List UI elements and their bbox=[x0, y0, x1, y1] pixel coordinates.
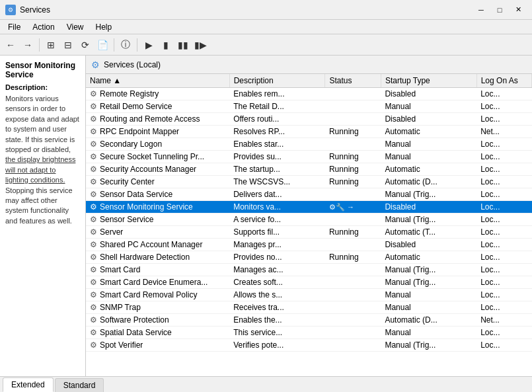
cell-startup: Disabled bbox=[381, 113, 476, 126]
cell-startup: Disabled bbox=[381, 201, 476, 214]
tab-standard[interactable]: Standard bbox=[55, 378, 104, 392]
tab-extended[interactable]: Extended bbox=[3, 377, 54, 392]
cell-logon: Net... bbox=[476, 314, 531, 327]
menu-action[interactable]: Action bbox=[27, 21, 59, 33]
cell-logon: Loc... bbox=[476, 163, 531, 176]
cell-name: ⚙Smart Card Removal Policy bbox=[86, 289, 229, 301]
cell-status bbox=[325, 188, 381, 201]
cell-startup: Automatic (T... bbox=[381, 226, 476, 239]
cell-description: Enables rem... bbox=[229, 88, 325, 100]
table-row[interactable]: ⚙Routing and Remote AccessOffers routi..… bbox=[86, 113, 532, 126]
main-area: Sensor Monitoring Service Description: M… bbox=[0, 56, 532, 376]
table-row[interactable]: ⚙Smart Card Removal PolicyAllows the s..… bbox=[86, 289, 532, 301]
cell-status: ⚙🔧 → bbox=[325, 201, 381, 214]
restart-button[interactable]: ▮▶ bbox=[192, 37, 208, 53]
cell-startup: Manual (Trig... bbox=[381, 276, 476, 289]
cell-logon: Loc... bbox=[476, 289, 531, 301]
forward-button[interactable]: → bbox=[20, 37, 36, 53]
cell-description: Verifies pote... bbox=[229, 339, 325, 352]
table-row[interactable]: ⚙ServerSupports fil...RunningAutomatic (… bbox=[86, 226, 532, 239]
cell-logon: Loc... bbox=[476, 239, 531, 251]
maximize-button[interactable]: □ bbox=[491, 1, 508, 19]
cell-name: ⚙Security Center bbox=[86, 176, 229, 188]
pause-button[interactable]: ▮▮ bbox=[175, 37, 191, 53]
table-row[interactable]: ⚙Sensor Monitoring ServiceMonitors va...… bbox=[86, 201, 532, 214]
menu-file[interactable]: File bbox=[3, 21, 26, 33]
stop-button[interactable]: ▮ bbox=[158, 37, 174, 53]
table-row[interactable]: ⚙Software ProtectionEnables the...Automa… bbox=[86, 314, 532, 327]
col-header-description[interactable]: Description bbox=[229, 74, 325, 88]
close-button[interactable]: ✕ bbox=[510, 1, 527, 19]
cell-logon: Loc... bbox=[476, 188, 531, 201]
table-row[interactable]: ⚙Security CenterThe WSCSVS...RunningAuto… bbox=[86, 176, 532, 188]
cell-status: Running bbox=[325, 226, 381, 239]
cell-description: Monitors va... bbox=[229, 201, 325, 214]
cell-status bbox=[325, 339, 381, 352]
cell-startup: Manual (Trig... bbox=[381, 339, 476, 352]
cell-logon: Loc... bbox=[476, 100, 531, 113]
table-row[interactable]: ⚙Secondary LogonEnables star...ManualLoc… bbox=[86, 138, 532, 151]
window-title: Services bbox=[20, 5, 50, 15]
refresh-button[interactable]: ⟳ bbox=[77, 37, 93, 53]
col-header-status[interactable]: Status bbox=[325, 74, 381, 88]
table-row[interactable]: ⚙SNMP TrapReceives tra...ManualLoc... bbox=[86, 301, 532, 314]
cell-logon: Loc... bbox=[476, 327, 531, 339]
cell-status bbox=[325, 314, 381, 327]
table-row[interactable]: ⚙Smart CardManages ac...Manual (Trig...L… bbox=[86, 264, 532, 276]
toolbar-sep-1 bbox=[39, 38, 40, 52]
col-header-logon[interactable]: Log On As bbox=[476, 74, 531, 88]
cell-name: ⚙Security Accounts Manager bbox=[86, 163, 229, 176]
table-row[interactable]: ⚙Spot VerifierVerifies pote...Manual (Tr… bbox=[86, 339, 532, 352]
table-row[interactable]: ⚙Secure Socket Tunneling Pr...Provides s… bbox=[86, 151, 532, 163]
col-header-name[interactable]: Name ▲ bbox=[86, 74, 229, 88]
services-table-container[interactable]: Name ▲ Description Status Startup Type L… bbox=[86, 74, 532, 376]
cell-name: ⚙Spot Verifier bbox=[86, 339, 229, 352]
left-panel: Sensor Monitoring Service Description: M… bbox=[0, 56, 86, 376]
cell-description: Offers routi... bbox=[229, 113, 325, 126]
cell-startup: Manual bbox=[381, 301, 476, 314]
table-row[interactable]: ⚙Smart Card Device Enumera...Creates sof… bbox=[86, 276, 532, 289]
cell-status bbox=[325, 88, 381, 100]
table-row[interactable]: ⚙Sensor Data ServiceDelivers dat...Manua… bbox=[86, 188, 532, 201]
cell-logon: Loc... bbox=[476, 201, 531, 214]
table-row[interactable]: ⚙Shared PC Account ManagerManages pr...D… bbox=[86, 239, 532, 251]
show-button[interactable]: ⊟ bbox=[60, 37, 76, 53]
cell-description: The Retail D... bbox=[229, 100, 325, 113]
up-button[interactable]: ⊞ bbox=[43, 37, 59, 53]
table-row[interactable]: ⚙Shell Hardware DetectionProvides no...R… bbox=[86, 251, 532, 264]
table-row[interactable]: ⚙Sensor ServiceA service fo...Manual (Tr… bbox=[86, 214, 532, 226]
menu-view[interactable]: View bbox=[61, 21, 89, 33]
back-button[interactable]: ← bbox=[3, 37, 19, 53]
table-body: ⚙Remote RegistryEnables rem...DisabledLo… bbox=[86, 88, 532, 352]
cell-name: ⚙Smart Card Device Enumera... bbox=[86, 276, 229, 289]
export-button[interactable]: 📄 bbox=[95, 37, 110, 53]
cell-startup: Manual bbox=[381, 289, 476, 301]
cell-startup: Disabled bbox=[381, 239, 476, 251]
cell-name: ⚙Sensor Service bbox=[86, 214, 229, 226]
cell-name: ⚙Remote Registry bbox=[86, 88, 229, 100]
table-row[interactable]: ⚙Remote RegistryEnables rem...DisabledLo… bbox=[86, 88, 532, 100]
table-row[interactable]: ⚙RPC Endpoint MapperResolves RP...Runnin… bbox=[86, 126, 532, 138]
selected-service-name: Sensor Monitoring Service bbox=[5, 61, 80, 79]
start-button[interactable]: ▶ bbox=[141, 37, 157, 53]
cell-logon: Net... bbox=[476, 126, 531, 138]
minimize-button[interactable]: ─ bbox=[473, 1, 490, 19]
cell-name: ⚙RPC Endpoint Mapper bbox=[86, 126, 229, 138]
table-row[interactable]: ⚙Retail Demo ServiceThe Retail D...Manua… bbox=[86, 100, 532, 113]
services-icon: ⚙ bbox=[91, 59, 100, 70]
cell-name: ⚙Smart Card bbox=[86, 264, 229, 276]
properties-button[interactable]: ⓘ bbox=[118, 37, 133, 53]
cell-description: Resolves RP... bbox=[229, 126, 325, 138]
cell-name: ⚙Software Protection bbox=[86, 314, 229, 327]
cell-logon: Loc... bbox=[476, 226, 531, 239]
cell-description: Delivers dat... bbox=[229, 188, 325, 201]
cell-logon: Loc... bbox=[476, 214, 531, 226]
cell-name: ⚙Spatial Data Service bbox=[86, 327, 229, 339]
cell-startup: Automatic bbox=[381, 163, 476, 176]
menu-help[interactable]: Help bbox=[91, 21, 118, 33]
cell-startup: Disabled bbox=[381, 88, 476, 100]
services-header-title: Services (Local) bbox=[104, 60, 161, 69]
col-header-startup[interactable]: Startup Type bbox=[381, 74, 476, 88]
table-row[interactable]: ⚙Spatial Data ServiceThis service...Manu… bbox=[86, 327, 532, 339]
table-row[interactable]: ⚙Security Accounts ManagerThe startup...… bbox=[86, 163, 532, 176]
